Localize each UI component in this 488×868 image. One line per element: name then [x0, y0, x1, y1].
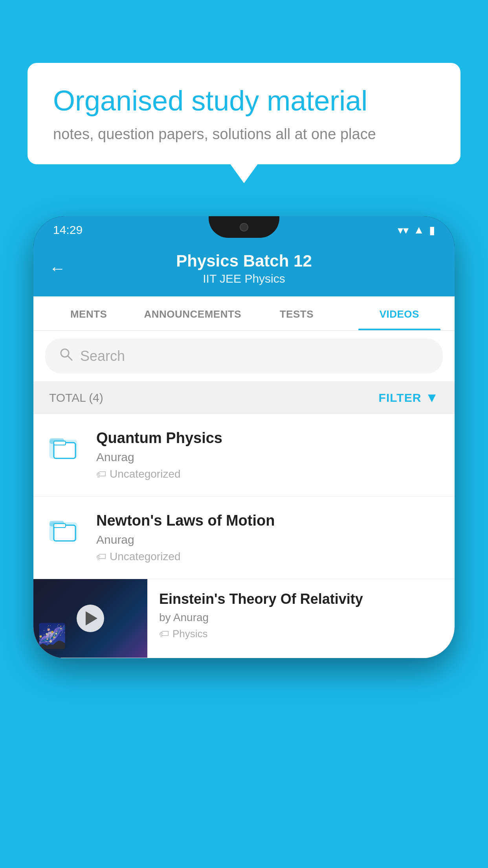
speech-bubble: Organised study material notes, question…	[28, 63, 460, 164]
phone-wrapper: 14:29 ▾▾ ▲ ▮ ← Physics Batch 12 IIT JEE …	[33, 216, 455, 868]
play-icon	[86, 611, 97, 625]
tag-icon: 🏷	[96, 468, 106, 480]
filter-button[interactable]: FILTER ▼	[379, 390, 439, 405]
item-author: by Anurag	[159, 611, 443, 624]
item-tag: 🏷 Physics	[159, 628, 443, 640]
item-details-einstein: Einstein's Theory Of Relativity by Anura…	[147, 579, 455, 648]
list-item-einstein[interactable]: 🌌 Einstein's Theory Of Relativity by Anu…	[33, 579, 455, 658]
item-tag: 🏷 Uncategorized	[96, 468, 439, 480]
wifi-icon: ▾▾	[398, 224, 409, 237]
tabs-bar: MENTS ANNOUNCEMENTS TESTS VIDEOS	[33, 296, 455, 331]
speech-bubble-container: Organised study material notes, question…	[28, 63, 460, 164]
tab-announcements[interactable]: ANNOUNCEMENTS	[140, 296, 245, 330]
total-count: TOTAL (4)	[49, 391, 103, 405]
battery-icon: ▮	[429, 224, 435, 237]
notch	[209, 216, 279, 238]
status-bar: 14:29 ▾▾ ▲ ▮	[33, 216, 455, 244]
item-title: Einstein's Theory Of Relativity	[159, 591, 443, 607]
header-subtitle: IIT JEE Physics	[176, 272, 312, 285]
signal-icon: ▲	[413, 224, 424, 236]
svg-rect-9	[54, 524, 66, 528]
back-button[interactable]: ←	[49, 259, 66, 278]
list-item[interactable]: Quantum Physics Anurag 🏷 Uncategorized	[33, 414, 455, 497]
app-header: ← Physics Batch 12 IIT JEE Physics	[33, 244, 455, 296]
content-list: Quantum Physics Anurag 🏷 Uncategorized	[33, 414, 455, 658]
play-button[interactable]	[77, 605, 104, 632]
tab-tests[interactable]: TESTS	[245, 296, 348, 330]
item-title: Newton's Laws of Motion	[96, 512, 439, 529]
camera	[240, 223, 248, 232]
search-container: Search	[33, 331, 455, 381]
subtext: notes, question papers, solutions all at…	[53, 126, 435, 143]
tag-icon: 🏷	[159, 628, 169, 640]
thumbnail-visual: 🌌	[37, 622, 67, 650]
tab-ments[interactable]: MENTS	[37, 296, 140, 330]
search-placeholder: Search	[80, 348, 125, 364]
header-title: Physics Batch 12	[176, 252, 312, 270]
folder-icon-newton	[49, 512, 84, 543]
item-author: Anurag	[96, 451, 439, 464]
search-bar[interactable]: Search	[45, 338, 443, 373]
status-icons: ▾▾ ▲ ▮	[398, 224, 435, 237]
item-details-quantum: Quantum Physics Anurag 🏷 Uncategorized	[96, 430, 439, 480]
item-details-newton: Newton's Laws of Motion Anurag 🏷 Uncateg…	[96, 512, 439, 563]
svg-line-1	[68, 356, 72, 360]
filter-funnel-icon: ▼	[425, 390, 439, 405]
headline: Organised study material	[53, 85, 435, 117]
status-time: 14:29	[53, 223, 83, 237]
tab-videos[interactable]: VIDEOS	[348, 296, 451, 330]
filter-bar: TOTAL (4) FILTER ▼	[33, 381, 455, 414]
list-item[interactable]: Newton's Laws of Motion Anurag 🏷 Uncateg…	[33, 497, 455, 579]
filter-label: FILTER	[379, 391, 422, 405]
search-icon	[59, 347, 73, 365]
folder-icon-quantum	[49, 430, 84, 461]
tag-label: Physics	[172, 628, 208, 640]
item-tag: 🏷 Uncategorized	[96, 550, 439, 563]
tag-icon: 🏷	[96, 551, 106, 563]
video-thumbnail: 🌌	[33, 579, 147, 658]
item-title: Quantum Physics	[96, 430, 439, 447]
phone-mockup: 14:29 ▾▾ ▲ ▮ ← Physics Batch 12 IIT JEE …	[33, 216, 455, 658]
tag-label: Uncategorized	[110, 468, 181, 480]
header-text-group: Physics Batch 12 IIT JEE Physics	[176, 252, 312, 285]
svg-rect-5	[54, 441, 66, 445]
tag-label: Uncategorized	[110, 550, 181, 563]
item-author: Anurag	[96, 533, 439, 546]
